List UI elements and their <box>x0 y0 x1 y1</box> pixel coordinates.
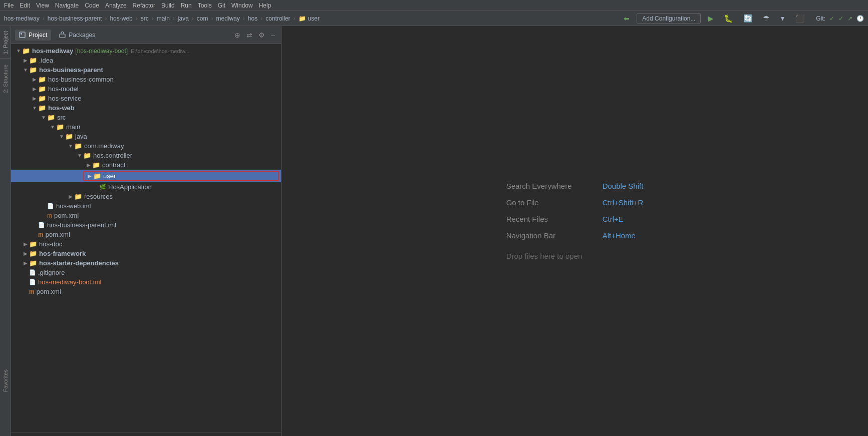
breadcrumb-sep: › <box>136 15 138 22</box>
menu-code[interactable]: Code <box>85 2 99 9</box>
tab-project[interactable]: Project <box>15 30 51 41</box>
editor-hints: Search Everywhere Double Shift Go to Fil… <box>506 182 644 260</box>
breadcrumb-item[interactable]: main <box>157 15 170 22</box>
coverage-button[interactable]: ☂ <box>760 13 772 25</box>
main-area: 1: Project 2: Structure Favorites Projec… <box>0 26 868 436</box>
root-badge: [hos-mediway-boot] <box>75 48 128 55</box>
arrow-icon <box>22 260 29 266</box>
item-label: HosApplication <box>108 183 152 191</box>
list-item[interactable]: 📁 contract <box>11 160 281 170</box>
menu-build[interactable]: Build <box>161 2 175 9</box>
breadcrumb-item[interactable]: src <box>141 15 149 22</box>
git-file-icon: 📄 <box>29 269 36 276</box>
sidebar-structure-tab[interactable]: 2: Structure <box>2 61 10 97</box>
svg-rect-2 <box>60 34 65 38</box>
hint-nav-key: Alt+Home <box>603 231 636 240</box>
breadcrumb-item[interactable]: com <box>197 15 208 22</box>
xml-icon: m <box>38 231 44 238</box>
menu-navigate[interactable]: Navigate <box>55 2 79 9</box>
list-item[interactable]: 📁 hos-framework <box>11 249 281 258</box>
menu-tools[interactable]: Tools <box>198 2 212 9</box>
list-item[interactable]: 📄 hos-business-parent.iml <box>11 220 281 230</box>
list-item[interactable]: 📄 hos-web.iml <box>11 201 281 211</box>
sidebar-favorites-tab[interactable]: Favorites <box>2 365 10 396</box>
breadcrumb-item[interactable]: hos <box>248 15 257 22</box>
dropdown-button[interactable]: ▼ <box>776 14 788 24</box>
breadcrumb-item[interactable]: mediway <box>216 15 240 22</box>
menu-window[interactable]: Window <box>231 2 253 9</box>
tab-packages[interactable]: Packages <box>55 30 99 41</box>
list-item[interactable]: 📄 hos-mediway-boot.iml <box>11 277 281 287</box>
list-item[interactable]: 📁 hos-business-parent <box>11 65 281 75</box>
item-label: main <box>66 123 80 131</box>
menu-git[interactable]: Git <box>218 2 225 9</box>
list-item[interactable]: 📄 .gitignore <box>11 268 281 277</box>
user-folder-item[interactable]: 📁 user <box>11 170 281 182</box>
menu-help[interactable]: Help <box>259 2 271 9</box>
gear-button[interactable]: ⚙ <box>256 30 267 40</box>
menu-edit[interactable]: Edit <box>20 2 30 9</box>
list-item[interactable]: 📁 hos-web <box>11 103 281 113</box>
profile-button[interactable]: 🔄 <box>740 13 756 25</box>
debug-button[interactable]: 🐛 <box>721 13 736 25</box>
add-configuration-button[interactable]: Add Configuration... <box>637 13 701 24</box>
menu-view[interactable]: View <box>36 2 49 9</box>
list-item[interactable]: 🌿 HosApplication <box>11 182 281 192</box>
breadcrumb-sep: › <box>260 15 262 22</box>
list-item[interactable]: 📁 hos-service <box>11 94 281 103</box>
list-item[interactable]: 📁 hos.controller <box>11 151 281 160</box>
stop-button[interactable]: ⬛ <box>792 13 808 25</box>
menu-analyze[interactable]: Analyze <box>105 2 127 9</box>
breadcrumb-item[interactable]: hos-mediway <box>4 15 40 22</box>
run-button[interactable]: ▶ <box>705 13 717 25</box>
breadcrumb-item[interactable]: java <box>178 15 189 22</box>
list-item[interactable]: 📁 com.mediway <box>11 141 281 151</box>
arrow-icon <box>58 134 65 139</box>
list-item[interactable]: 📁 .idea <box>11 56 281 65</box>
item-label: hos-mediway-boot.iml <box>38 278 101 286</box>
minimize-button[interactable]: – <box>269 30 277 40</box>
tree-root[interactable]: 📁 hos-mediway [hos-mediway-boot] E:\dh\c… <box>11 46 281 56</box>
list-item[interactable]: 📁 resources <box>11 192 281 201</box>
folder-icon: 📁 <box>83 152 91 159</box>
list-item[interactable]: 📁 hos-starter-dependencies <box>11 258 281 268</box>
folder-icon: 📁 <box>47 114 55 121</box>
list-item[interactable]: 📁 src <box>11 113 281 122</box>
hint-search-key: Double Shift <box>603 182 644 190</box>
arrow-icon <box>86 173 93 179</box>
breadcrumb-item[interactable]: hos-web <box>110 15 132 22</box>
globe-button[interactable]: ⊕ <box>232 30 242 40</box>
item-label: hos.controller <box>93 152 132 159</box>
breadcrumb-item[interactable]: hos-business-parent <box>48 15 102 22</box>
menu-run[interactable]: Run <box>181 2 192 9</box>
item-label: hos-framework <box>39 250 86 257</box>
list-item[interactable]: m pom.xml <box>11 211 281 220</box>
list-item[interactable]: 📁 hos-model <box>11 84 281 94</box>
breadcrumb-user[interactable]: user <box>308 15 320 22</box>
split-button[interactable]: ⇄ <box>244 30 254 40</box>
list-item[interactable]: 📁 java <box>11 132 281 141</box>
list-item[interactable]: 📁 main <box>11 122 281 132</box>
breadcrumb-item[interactable]: controller <box>265 15 290 22</box>
project-icon <box>19 32 26 38</box>
file-tree[interactable]: 📁 hos-mediway [hos-mediway-boot] E:\dh\c… <box>11 44 281 432</box>
menu-file[interactable]: File <box>4 2 14 9</box>
arrow-icon <box>76 153 83 158</box>
item-label: hos-business-parent <box>39 66 103 74</box>
list-item[interactable]: m pom.xml <box>11 230 281 239</box>
folder-icon: 📁 <box>38 85 46 93</box>
list-item[interactable]: m pom.xml <box>11 287 281 296</box>
breadcrumb-sep: › <box>211 15 213 22</box>
back-button[interactable]: ⬅ <box>621 13 633 24</box>
arrow-icon <box>31 77 38 82</box>
menu-refactor[interactable]: Refactor <box>133 2 155 9</box>
breadcrumb-folder-icon: 📁 <box>299 15 306 22</box>
breadcrumb-sep: › <box>43 15 45 22</box>
panel-scrollbar[interactable] <box>11 432 281 436</box>
list-item[interactable]: 📁 hos-business-common <box>11 75 281 84</box>
sidebar-project-tab[interactable]: 1: Project <box>2 27 10 58</box>
list-item[interactable]: 📁 hos-doc <box>11 239 281 249</box>
git-label: Git: <box>816 15 825 22</box>
tab-project-label: Project <box>29 32 47 39</box>
arrow-icon <box>85 162 92 168</box>
